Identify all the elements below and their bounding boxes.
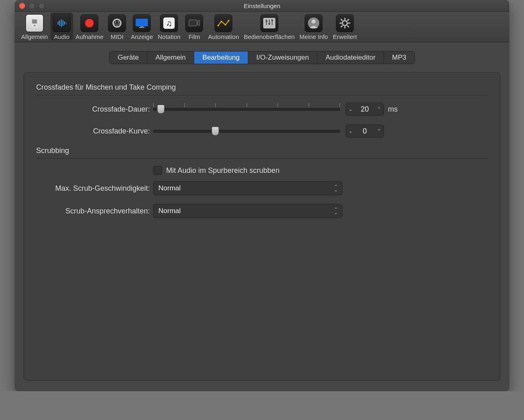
svg-point-36: [271, 19, 273, 22]
svg-point-18: [117, 25, 118, 26]
toolbar-item-general[interactable]: Allgemein: [19, 14, 50, 40]
crossfade-curve-value: 0: [355, 127, 375, 136]
svg-rect-19: [136, 19, 148, 26]
toolbar-item-midi[interactable]: MIDI: [106, 14, 128, 40]
movie-icon: [185, 14, 203, 32]
toolbar-item-myinfo[interactable]: Meine Info: [297, 14, 330, 40]
crossfade-duration-unit: ms: [388, 105, 398, 114]
editing-panel: Crossfades für Mischen und Take Comping …: [24, 72, 500, 381]
toolbar-label: Meine Info: [299, 33, 328, 40]
scrub-audio-checkbox[interactable]: [153, 166, 162, 175]
svg-rect-1: [32, 19, 37, 24]
svg-point-17: [119, 24, 120, 25]
subtab-devices[interactable]: Geräte: [110, 52, 147, 64]
section-title-crossfades: Crossfades für Mischen und Take Comping: [36, 83, 488, 92]
subtab-io[interactable]: I/O-Zuweisungen: [248, 52, 317, 64]
max-scrub-speed-value: Normal: [158, 184, 181, 192]
crossfade-curve-slider[interactable]: [153, 127, 340, 136]
crossfade-curve-row: Crossfade-Kurve: ⌄ 0 ⌃: [36, 125, 488, 138]
toolbar-label: Film: [188, 33, 200, 40]
subtab-audiofile[interactable]: Audiodateieditor: [317, 52, 384, 64]
max-scrub-speed-row: Max. Scrub-Geschwindigkeit: Normal ⌃⌄: [36, 181, 488, 195]
svg-point-29: [228, 20, 230, 22]
svg-line-47: [347, 19, 349, 21]
svg-marker-25: [197, 20, 199, 26]
subtab-general[interactable]: Allgemein: [147, 52, 195, 64]
svg-point-28: [225, 24, 226, 26]
stepper-down-icon[interactable]: ⌄: [346, 125, 355, 137]
subtab-editing[interactable]: Bearbeitung: [194, 52, 248, 64]
toolbar-label: MIDI: [110, 33, 123, 40]
toolbar-item-record[interactable]: Aufnahme: [73, 14, 106, 40]
svg-rect-24: [189, 20, 197, 26]
stepper-down-icon[interactable]: ⌄: [346, 103, 355, 115]
toolbar-item-automation[interactable]: Automation: [206, 14, 241, 40]
scrub-response-value: Normal: [158, 207, 181, 215]
titlebar: Einstellungen: [15, 0, 509, 12]
svg-rect-20: [140, 26, 143, 27]
general-icon: [26, 14, 43, 32]
svg-point-2: [34, 25, 35, 26]
svg-point-27: [221, 21, 222, 22]
svg-line-45: [347, 26, 349, 27]
toolbar-label: Notation: [158, 33, 180, 40]
window-title: Einstellungen: [15, 2, 509, 9]
stepper-up-icon[interactable]: ⌃: [375, 103, 383, 115]
crossfade-curve-stepper[interactable]: ⌄ 0 ⌃: [346, 125, 384, 138]
svg-point-16: [115, 24, 116, 25]
toolbar-item-movie[interactable]: Film: [183, 14, 206, 40]
svg-point-35: [268, 23, 270, 25]
toolbar-item-notation[interactable]: ♫Notation: [155, 14, 183, 40]
scrub-audio-checkbox-label: Mit Audio im Spurbereich scrubben: [166, 166, 279, 175]
crossfade-duration-value: 20: [355, 105, 375, 114]
divider: [36, 95, 488, 95]
svg-text:♫: ♫: [166, 19, 172, 28]
toolbar-label: Bedienoberflächen: [244, 33, 294, 40]
svg-rect-21: [139, 27, 145, 28]
chevron-updown-icon: ⌃⌄: [334, 185, 338, 192]
crossfade-duration-slider[interactable]: [153, 105, 340, 114]
toolbar-label: Erweitert: [333, 33, 357, 40]
toolbar-label: Allgemein: [21, 33, 48, 40]
slider-thumb[interactable]: [212, 127, 219, 136]
scrub-response-label: Scrub-Ansprechverhalten:: [36, 207, 153, 215]
subtab-mp3[interactable]: MP3: [384, 52, 414, 64]
svg-point-14: [115, 22, 116, 23]
myinfo-icon: [305, 14, 323, 32]
toolbar-item-surfaces[interactable]: Bedienoberflächen: [241, 14, 297, 40]
crossfade-duration-stepper[interactable]: ⌄ 20 ⌃: [346, 103, 384, 116]
svg-line-46: [341, 26, 342, 27]
toolbar-label: Aufnahme: [76, 33, 103, 40]
toolbar-label: Automation: [208, 33, 239, 40]
display-icon: [133, 14, 151, 32]
preferences-toolbar: AllgemeinAudioAufnahmeMIDIAnzeige♫Notati…: [15, 12, 509, 42]
scrub-audio-checkbox-row: Mit Audio im Spurbereich scrubben: [153, 166, 488, 175]
automation-icon: [214, 14, 232, 32]
surfaces-icon: [260, 14, 278, 32]
toolbar-label: Audio: [54, 33, 69, 40]
scrub-response-row: Scrub-Ansprechverhalten: Normal ⌃⌄: [36, 204, 488, 218]
divider: [36, 158, 488, 159]
preferences-window: Einstellungen AllgemeinAudioAufnahmeMIDI…: [15, 0, 509, 391]
max-scrub-speed-label: Max. Scrub-Geschwindigkeit:: [36, 184, 153, 193]
midi-icon: [108, 14, 126, 32]
crossfade-curve-label: Crossfade-Kurve:: [36, 127, 153, 136]
crossfade-duration-row: Crossfade-Dauer: ⌄ 20 ⌃ ms: [36, 103, 488, 116]
audio-icon: [53, 14, 71, 32]
max-scrub-speed-select[interactable]: Normal ⌃⌄: [153, 181, 342, 195]
toolbar-label: Anzeige: [131, 33, 153, 40]
toolbar-item-audio[interactable]: Audio: [50, 13, 73, 40]
svg-point-38: [312, 19, 316, 24]
chevron-updown-icon: ⌃⌄: [334, 208, 338, 214]
svg-point-39: [342, 21, 347, 26]
toolbar-item-display[interactable]: Anzeige: [128, 14, 155, 40]
scrub-response-select[interactable]: Normal ⌃⌄: [153, 204, 342, 218]
preferences-body: GeräteAllgemeinBearbeitungI/O-Zuweisunge…: [15, 42, 509, 391]
svg-point-26: [217, 25, 219, 26]
section-title-scrubbing: Scrubbing: [36, 146, 488, 155]
toolbar-item-advanced[interactable]: Erweitert: [330, 14, 359, 40]
slider-thumb[interactable]: [157, 105, 165, 114]
svg-point-34: [265, 20, 267, 22]
stepper-up-icon[interactable]: ⌃: [375, 125, 383, 137]
svg-point-15: [118, 22, 119, 23]
